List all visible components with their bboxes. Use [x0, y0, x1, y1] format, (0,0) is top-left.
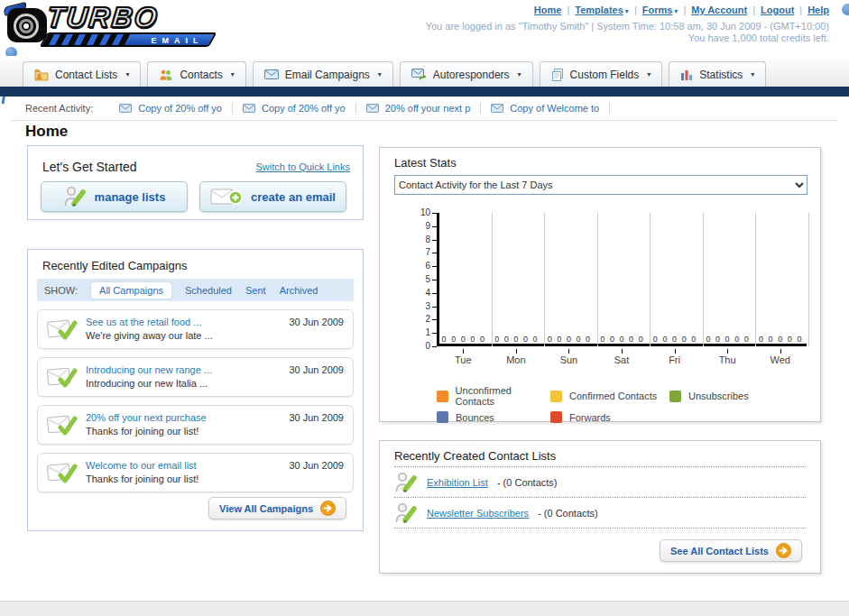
topnav-link-home[interactable]: Home [534, 5, 562, 15]
dotted-divider [394, 528, 806, 529]
campaign-title-link[interactable]: Introducing our new range ... [86, 364, 212, 375]
separator: | [634, 5, 637, 15]
campaign-subtitle: Thanks for joining our list! [86, 473, 198, 486]
envelope-small-icon [243, 104, 255, 113]
nav-tab-custom-fields[interactable]: Custom Fields▾ [540, 61, 663, 87]
recent-activity-item-label: Copy of 20% off yo [138, 103, 222, 114]
campaign-title-link[interactable]: See us at the retail food ... [86, 317, 201, 327]
campaign-text: Welcome to our email listThanks for join… [86, 459, 198, 486]
x-axis-tick [727, 349, 728, 354]
campaign-tab-sent[interactable]: Sent [245, 285, 266, 296]
campaign-title-link[interactable]: Welcome to our email list [86, 460, 197, 471]
x-axis-tick [568, 349, 569, 354]
legend-label: Unsubscribes [688, 391, 749, 401]
campaign-tab-scheduled[interactable]: Scheduled [185, 285, 232, 296]
legend-label: Bounces [456, 412, 494, 423]
turbo-icon [7, 8, 47, 42]
recent-activity-item[interactable]: Copy of 20% off yo [233, 103, 356, 114]
nav-tab-autoresponders[interactable]: Autoresponders▾ [400, 61, 533, 87]
topnav-link-my-account[interactable]: My Account [691, 5, 747, 15]
recent-activity-item[interactable]: Copy of 20% off yo [109, 103, 233, 114]
credits-text: You have 1,000 total credits left. [688, 32, 829, 43]
y-axis-tick-label: 3 [409, 301, 430, 311]
separator: | [799, 5, 802, 15]
page-footer [0, 601, 849, 616]
pages-icon [551, 69, 564, 81]
button-label: manage lists [95, 190, 166, 204]
x-axis-tick-label: Wed [753, 354, 807, 365]
see-all-contact-lists-button[interactable]: See All Contact Lists [660, 539, 802, 562]
nav-tab-statistics[interactable]: Statistics▾ [669, 61, 766, 87]
recent-activity-item-label: Copy of 20% off yo [262, 103, 346, 114]
bar-value-labels: 00000 [648, 334, 701, 345]
legend-swatch [550, 391, 562, 402]
topnav-link-templates[interactable]: Templates [575, 5, 623, 15]
chevron-down-icon: ▾ [674, 7, 678, 15]
gridline [650, 213, 651, 346]
recently-created-contact-lists-panel: Recently Created Contact Lists Exhibitio… [379, 440, 821, 574]
campaign-date: 30 Jun 2009 [289, 317, 344, 327]
stats-panel-title: Latest Stats [394, 156, 457, 170]
y-axis-tick [432, 307, 437, 308]
topnav-links: Home|Templates▾|Forms▾|My Account|Logout… [534, 5, 829, 15]
y-axis-tick [432, 213, 437, 214]
create-an-email-button[interactable]: create an email [199, 181, 346, 212]
y-axis-tick-label: 2 [409, 314, 430, 324]
chevron-down-icon: ▾ [231, 70, 235, 78]
x-axis-tick-label: Thu [701, 354, 754, 365]
nav-tab-contacts[interactable]: Contacts▾ [147, 61, 245, 87]
campaign-tab-archived[interactable]: Archived [280, 285, 318, 296]
nav-tab-label: Contact Lists [55, 69, 117, 81]
envelope-icon [264, 69, 279, 79]
recent-activity-items: Copy of 20% off yoCopy of 20% off yo20% … [109, 103, 610, 114]
topnav-link-logout[interactable]: Logout [761, 5, 794, 15]
y-axis-tick-label: 1 [409, 327, 430, 337]
campaign-subtitle: Thanks for joining our list! [86, 425, 207, 438]
contact-list-item: Newsletter Subscribers- (0 Contacts) [394, 498, 806, 528]
envelope-check-icon [47, 365, 78, 390]
separator: | [752, 5, 755, 15]
legend-item: Bounces [437, 411, 550, 423]
legend-swatch [437, 411, 448, 423]
logo-subtitle: EMAIL [151, 36, 203, 45]
chevron-down-icon: ▾ [125, 70, 129, 78]
view-all-campaigns-button[interactable]: View All Campaigns [208, 497, 346, 519]
contact-list-link[interactable]: Exhibition List [427, 477, 488, 488]
show-label: SHOW: [44, 285, 78, 296]
y-axis-tick [432, 293, 437, 294]
divider [11, 120, 838, 121]
contacts-icon [159, 69, 173, 81]
y-axis-tick-label: 0 [409, 341, 430, 351]
logo-stripes [42, 34, 131, 45]
x-axis-tick [622, 349, 623, 354]
nav-tab-label: Autoresponders [433, 69, 510, 81]
campaign-card: Introducing our new range ...Introducing… [37, 357, 354, 397]
page-title: Home [25, 123, 68, 141]
recent-activity-item[interactable]: Copy of Welcome to [481, 103, 610, 114]
stats-filter-select[interactable]: Contact Activity for the Last 7 Days [394, 175, 807, 195]
topnav-link-help[interactable]: Help [807, 5, 829, 15]
campaign-title-link[interactable]: 20% off your next purchase [86, 412, 207, 423]
envelope-check-icon [47, 413, 78, 437]
logo-title: TURBO [45, 1, 161, 34]
bar-value-labels: 00000 [437, 334, 490, 345]
callout-dot-icon [842, 4, 849, 15]
manage-lists-button[interactable]: manage lists [41, 181, 188, 212]
campaign-text: Introducing our new range ...Introducing… [86, 363, 212, 391]
campaign-subtitle: Introducing our new Italia ... [86, 377, 212, 391]
switch-to-quick-links[interactable]: Switch to Quick Links [255, 161, 350, 172]
nav-tab-contact-lists[interactable]: Contact Lists▾ [23, 61, 141, 87]
nav-tab-label: Statistics [699, 69, 743, 81]
x-axis-tick-label: Mon [490, 354, 543, 365]
person-pencil-icon [394, 501, 418, 525]
nav-tab-email-campaigns[interactable]: Email Campaigns▾ [253, 61, 393, 87]
nav-tab-label: Contacts [180, 69, 222, 81]
recent-activity-item[interactable]: 20% off your next p [356, 103, 482, 114]
legend-swatch [550, 411, 562, 423]
contact-list-link[interactable]: Newsletter Subscribers [427, 508, 529, 519]
legend-swatch [669, 391, 681, 402]
contact-list-count: - (0 Contacts) [538, 508, 598, 519]
separator: | [683, 5, 686, 15]
topnav-link-forms[interactable]: Forms [642, 5, 673, 15]
campaign-tab-all-campaigns[interactable]: All Campaigns [91, 282, 171, 299]
